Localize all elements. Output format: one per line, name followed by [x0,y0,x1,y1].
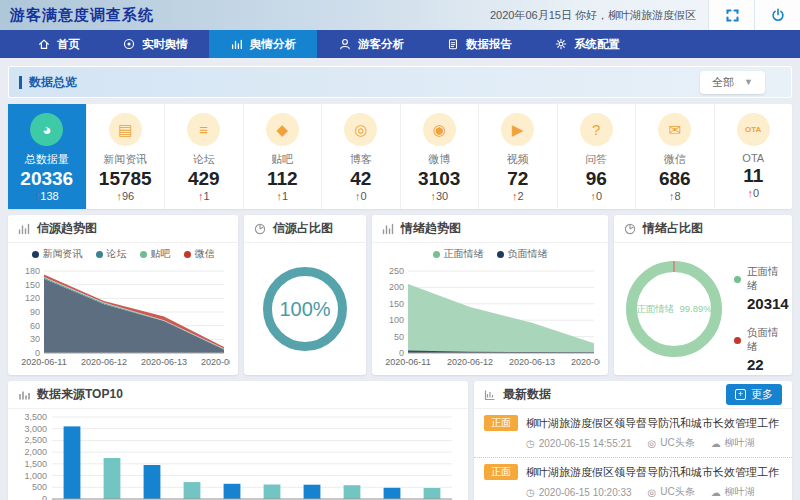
item-keyword: ☁柳叶湖 [711,485,755,499]
item-title[interactable]: 柳叶湖旅游度假区领导督导防汛和城市长效管理工作 [526,465,779,480]
svg-text:2020-06-11: 2020-06-11 [385,357,430,367]
item-title[interactable]: 柳叶湖旅游度假区领导督导防汛和城市长效管理工作 [526,416,779,431]
svg-text:0: 0 [42,494,47,500]
stat-label: 新闻资讯 [87,152,165,167]
svg-text:100: 100 [389,315,404,325]
legend-item[interactable]: 新闻资讯 [32,247,83,261]
more-button[interactable]: + 更多 [726,384,782,405]
item-time: ◷2020-06-15 14:55:21 [526,436,632,450]
svg-text:1,000: 1,000 [24,471,47,481]
latest-item[interactable]: 正面 柳叶湖旅游度假区领导督导防汛和城市长效管理工作 ◷2020-06-15 1… [474,409,792,458]
up-arrow-icon: ↑ [198,190,204,202]
nav-item-system[interactable]: 系统配置 [533,30,641,58]
stat-delta: ↑2 [479,190,557,202]
top10-chart: 05001,0001,5002,0002,5003,0003,500新浪微博百家… [8,409,468,500]
svg-text:1,500: 1,500 [24,459,47,469]
power-button[interactable] [754,0,800,30]
svg-text:180: 180 [25,266,40,276]
stat-card-ota[interactable]: OTA OTA 11 ↑0 [715,104,793,209]
list-chart-icon [484,389,496,401]
stat-value: 96 [558,167,636,190]
stat-card-blog[interactable]: ◎ 博客 42 ↑0 [322,104,401,209]
top10-plot: 05001,0001,5002,0002,5003,0003,500新浪微博百家… [16,411,460,500]
pie-chart-icon [254,223,266,235]
sentiment-badge: 正面 [484,415,518,431]
nav-item-label: 数据报告 [466,37,512,52]
legend-item[interactable]: 微信 [184,247,215,261]
svg-text:2,000: 2,000 [24,447,47,457]
top-header: 游客满意度调查系统 2020年06月15日 你好，柳叶湖旅游度假区 [0,0,800,30]
legend-label: 微信 [195,247,215,261]
forum-icon: ≡ [187,113,220,146]
stat-value: 686 [636,167,714,190]
legend-item[interactable]: 论坛 [96,247,127,261]
legend-dot [734,276,741,283]
stat-card-video[interactable]: ▶ 视频 72 ↑2 [479,104,558,209]
stat-value: 15785 [87,167,165,190]
nav-item-label: 首页 [57,37,80,52]
stat-delta: ↑1 [244,190,322,202]
legend-label: 负面情绪 [508,247,548,261]
keyword-icon: ☁ [711,438,721,449]
source-trend-plot: 03060901201501802020-06-112020-06-122020… [16,263,230,369]
stat-card-tieba[interactable]: ◆ 贴吧 112 ↑1 [244,104,323,209]
panel-title-bar: 信源趋势图 [8,215,238,243]
legend-item: 正面情绪 20314 [734,265,789,312]
nav-item-label: 舆情分析 [250,37,296,52]
panel-title-bar: 情绪占比图 [614,215,792,243]
legend-item[interactable]: 负面情绪 [497,247,548,261]
video-icon: ▶ [501,113,534,146]
fullscreen-button[interactable] [708,0,754,30]
stat-card-total[interactable]: ◕ 总数据量 20336 ↑138 [8,104,87,209]
stat-value: 11 [715,164,793,187]
sentiment-badge: 正面 [484,464,518,480]
stat-card-wechat[interactable]: ✉ 微信 686 ↑8 [636,104,715,209]
chart-icon [230,37,244,51]
gear-icon [554,37,568,51]
power-icon [770,7,786,23]
legend-label: 新闻资讯 [43,247,83,261]
latest-item[interactable]: 正面 柳叶湖旅游度假区领导督导防汛和城市长效管理工作 ◷2020-06-15 1… [474,458,792,500]
svg-text:50: 50 [394,332,404,342]
stat-card-weibo[interactable]: ◉ 微博 3103 ↑30 [401,104,480,209]
fullscreen-icon [724,7,740,23]
nav-item-realtime[interactable]: 实时舆情 [101,30,209,58]
stat-card-forum[interactable]: ≡ 论坛 429 ↑1 [165,104,244,209]
svg-text:3,000: 3,000 [24,424,47,434]
stat-label: 总数据量 [8,152,86,167]
svg-text:2020-06-11: 2020-06-11 [21,357,66,367]
stat-label: 贴吧 [244,152,322,167]
legend-label: 负面情绪 [747,326,789,354]
up-arrow-icon: ↑ [590,190,596,202]
source-share-panel: 信源占比图 100% [244,215,366,375]
legend-item[interactable]: 贴吧 [140,247,171,261]
source-icon: ◎ [648,487,657,498]
greeting-text: 2020年06月15日 你好，柳叶湖旅游度假区 [490,8,696,23]
stat-card-news[interactable]: ▤ 新闻资讯 15785 ↑96 [87,104,166,209]
item-source: ◎UC头条 [648,436,695,450]
up-arrow-icon: ↑ [512,190,518,202]
filter-select[interactable]: 全部 ▼ [700,71,765,94]
nav-item-analysis[interactable]: 舆情分析 [209,30,317,58]
nav-item-home[interactable]: 首页 [16,30,101,58]
source-icon: ◎ [648,438,657,449]
legend-value: 20314 [747,295,789,312]
clock-icon: ◷ [526,438,535,449]
svg-text:2020-06-12: 2020-06-12 [81,357,127,367]
panel-title-bar: 数据来源TOP10 [8,381,468,409]
stat-delta: ↑96 [87,190,165,202]
blog-icon: ◎ [344,113,377,146]
wechat-icon: ✉ [658,113,691,146]
svg-text:2020-06-13: 2020-06-13 [141,357,187,367]
legend-item[interactable]: 正面情绪 [433,247,484,261]
svg-text:250: 250 [389,266,404,276]
eye-icon [122,37,136,51]
stat-label: 视频 [479,152,557,167]
nav-item-report[interactable]: 数据报告 [425,30,533,58]
stat-delta: ↑8 [636,190,714,202]
nav-item-visitor[interactable]: 游客分析 [317,30,425,58]
stat-card-qa[interactable]: ? 问答 96 ↑0 [558,104,637,209]
up-arrow-icon: ↑ [276,190,282,202]
legend-label: 论坛 [107,247,127,261]
stat-label: 博客 [322,152,400,167]
